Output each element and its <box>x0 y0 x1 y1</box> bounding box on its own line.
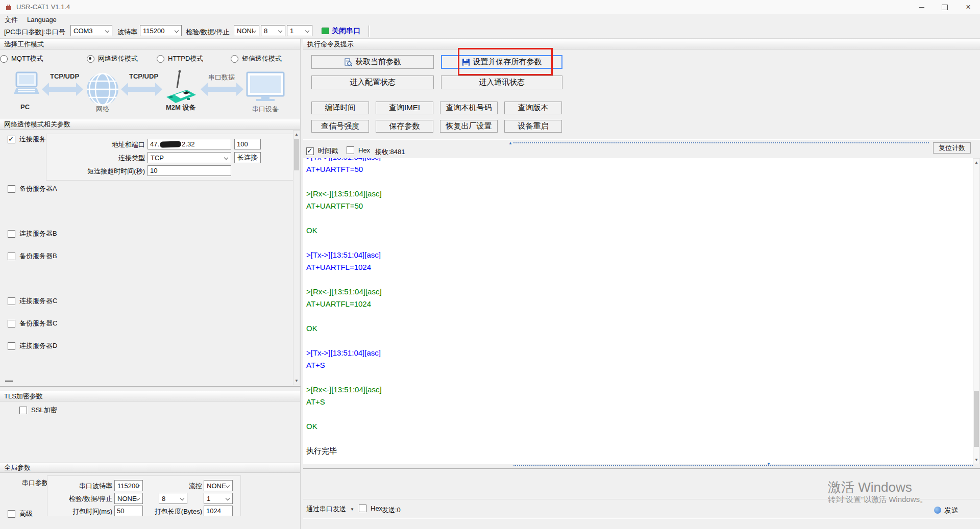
hex-checkbox-row[interactable]: Hex <box>347 146 370 154</box>
scroll-up-icon[interactable]: ▲ <box>973 159 979 166</box>
server-checkbox-row[interactable]: 连接服务器D <box>8 340 57 352</box>
checkbox-icon <box>8 185 15 193</box>
checkbox-icon <box>8 510 15 518</box>
log-line: >[Tx->][13:51:04][asc] <box>306 158 817 163</box>
maximize-button[interactable] <box>933 0 957 14</box>
server-checkbox-row[interactable]: 连接服务器C <box>8 295 57 307</box>
node-serial-label: 串口设备 <box>252 105 279 114</box>
arrow-pc-net-icon <box>42 83 83 98</box>
work-mode-option[interactable]: HTTPD模式 <box>157 54 203 63</box>
scrolled-item-dash <box>5 381 13 382</box>
log-line <box>306 371 817 384</box>
gp-packlen-input[interactable]: 1024 <box>204 506 233 516</box>
gp-databits-select[interactable]: 8 <box>159 493 187 504</box>
parity-select[interactable]: NONI <box>234 25 259 36</box>
title-bar: USR-CAT1 V1.1.4 × <box>0 0 980 14</box>
command-button[interactable]: 恢复出厂设置 <box>440 120 498 133</box>
app-icon <box>5 3 13 13</box>
timeout-input[interactable]: 10 <box>148 165 231 176</box>
conn-type-select[interactable]: TCP <box>148 152 231 163</box>
log-line: AT+UARTFT=50 <box>306 200 817 212</box>
port-select[interactable]: COM3 <box>70 25 112 36</box>
work-mode-option[interactable]: MQTT模式 <box>0 54 43 63</box>
scrollbar-thumb[interactable] <box>294 139 299 170</box>
command-button[interactable]: 保存参数 <box>376 120 433 133</box>
gp-flow-select[interactable]: NONE <box>204 480 233 491</box>
log-bottom-divider <box>303 468 980 469</box>
advanced-checkbox-row[interactable]: 高级 <box>8 509 33 518</box>
send-via-serial-dropdown[interactable]: 通过串口发送 ▼ <box>306 505 354 514</box>
stopbits-select[interactable]: 1 <box>287 25 312 36</box>
splitter-arrow-up-icon[interactable]: ▲ <box>508 141 512 145</box>
log-line: AT+S <box>306 396 817 408</box>
work-mode-label: 网络透传模式 <box>98 54 138 63</box>
keepalive-select[interactable]: 长连接 <box>234 152 261 163</box>
parity-label: 检验/数据/停止 <box>186 28 229 37</box>
tls-header: TLS加密参数 <box>0 391 300 401</box>
send-icon <box>934 507 941 514</box>
ssl-checkbox-row[interactable]: SSL加密 <box>19 406 57 415</box>
minimize-button[interactable] <box>910 0 933 14</box>
send-hex-label: Hex <box>371 505 382 512</box>
work-mode-option[interactable]: 网络透传模式 <box>87 54 138 63</box>
port-open-status-icon <box>322 28 329 34</box>
menu-item[interactable]: 文件 <box>0 15 22 24</box>
log-line <box>306 237 817 249</box>
top-splitter-handle[interactable] <box>513 142 929 143</box>
baud-select[interactable]: 115200 <box>140 25 182 36</box>
splitter-arrow-down-icon[interactable]: ▼ <box>767 462 771 466</box>
log-scrollbar[interactable]: ▲ ▼ <box>973 158 980 464</box>
bottom-splitter-handle[interactable] <box>513 465 973 466</box>
command-button[interactable]: 查信号强度 <box>311 120 369 133</box>
log-line: OK <box>306 420 817 433</box>
server-checkbox-row[interactable]: 备份服务器A <box>8 183 57 195</box>
command-button[interactable]: 查询版本 <box>504 102 562 114</box>
address-input[interactable]: 47.2.32 <box>148 139 231 149</box>
advanced-label: 高级 <box>19 509 33 518</box>
arrow-net-m2m-icon <box>121 83 162 98</box>
server-label: 备份服务器A <box>19 184 57 193</box>
send-button[interactable]: 发送 <box>944 506 959 515</box>
work-mode-option[interactable]: 短信透传模式 <box>231 54 282 63</box>
gp-parity-select[interactable]: NONE <box>114 493 143 504</box>
log-line: AT+S <box>306 359 817 371</box>
command-button[interactable]: 设备重启 <box>504 120 562 133</box>
command-button[interactable]: 查询本机号码 <box>440 102 498 114</box>
gp-stopbits-select[interactable]: 1 <box>204 493 233 504</box>
radio-icon <box>87 55 94 63</box>
scroll-up-icon[interactable]: ▲ <box>293 131 300 138</box>
close-icon: × <box>966 3 970 11</box>
close-button[interactable]: × <box>957 0 980 14</box>
left-panel-scrollbar[interactable]: ▲ ▼ <box>293 130 300 385</box>
menu-item[interactable]: Language <box>22 16 61 23</box>
scrollbar-thumb[interactable] <box>974 391 979 447</box>
get-params-button[interactable]: 获取当前参数 <box>311 55 434 69</box>
gp-packtime-input[interactable]: 50 <box>114 506 143 516</box>
server-label: 连接服务器B <box>19 229 57 238</box>
command-button[interactable]: 查询IMEI <box>376 102 433 114</box>
conn-type-label: 连接类型 <box>57 154 145 163</box>
command-button[interactable]: 编译时间 <box>311 102 369 114</box>
enter-comm-button[interactable]: 进入通讯状态 <box>441 75 562 89</box>
send-hex-checkbox-row[interactable]: Hex <box>359 505 382 512</box>
log-line: >[Rx<-][13:51:04][asc] <box>306 384 817 396</box>
scroll-down-icon[interactable]: ▼ <box>293 377 300 384</box>
server-a-params-box: 地址和端口 47.2.32 100 连接类型 TCP 长连接 短连接超时时间(秒… <box>46 134 297 181</box>
timeout-label: 短连接超时时间(秒) <box>57 167 145 176</box>
timestamp-checkbox-row[interactable]: 时间戳 <box>306 146 338 156</box>
server-checkbox-row[interactable]: 备份服务器C <box>8 317 57 330</box>
checkbox-icon <box>306 147 314 155</box>
server-checkbox-row[interactable]: 连接服务器B <box>8 228 57 240</box>
gp-packtime-label: 打包时间(ms) <box>47 507 112 516</box>
server-checkbox-row[interactable]: 备份服务器B <box>8 250 57 262</box>
databits-select[interactable]: 8 <box>261 25 285 36</box>
gp-baud-select[interactable]: 115200 <box>114 480 143 491</box>
scroll-down-icon[interactable]: ▼ <box>973 457 979 463</box>
port-input[interactable]: 100 <box>234 139 261 149</box>
close-port-button[interactable]: 关闭串口 <box>332 27 360 36</box>
serial-device-icon <box>246 71 285 105</box>
enter-config-button[interactable]: 进入配置状态 <box>311 75 434 89</box>
reset-count-button[interactable]: 复位计数 <box>933 142 971 154</box>
checkbox-icon <box>19 407 27 414</box>
addr-label: 地址和端口 <box>57 140 145 149</box>
